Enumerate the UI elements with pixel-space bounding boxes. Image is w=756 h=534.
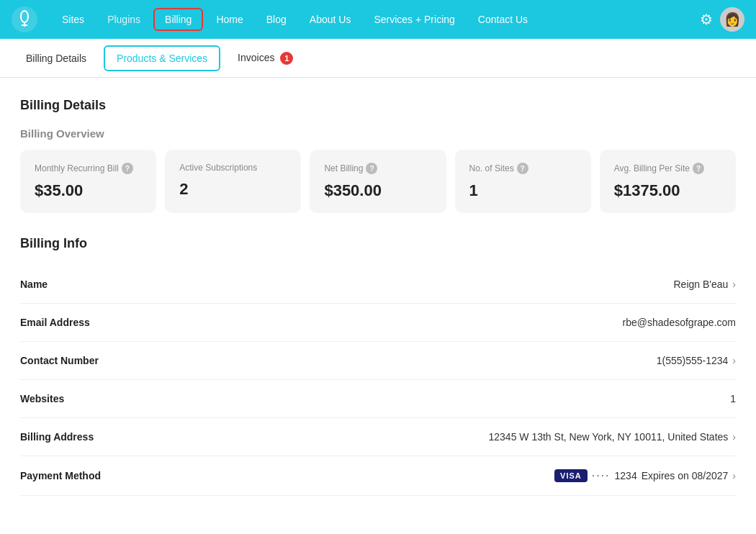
info-payment-value: VISA ···· 1234 Expires on 08/2027 › <box>554 469 736 482</box>
card-net-label: Net Billing ? <box>324 163 431 174</box>
card-avg-billing: Avg. Billing Per Site ? $1375.00 <box>600 150 736 213</box>
subnav-billing-details[interactable]: Billing Details <box>14 47 98 70</box>
card-no-of-sites: No. of Sites ? 1 <box>455 150 591 213</box>
card-monthly-label: Monthly Recurring Bill ? <box>35 163 142 174</box>
info-email-value: rbe@shadesofgrape.com <box>623 317 736 328</box>
sites-help-icon[interactable]: ? <box>517 163 528 174</box>
info-websites-label: Websites <box>20 393 64 404</box>
info-payment-label: Payment Method <box>20 470 101 481</box>
invoices-badge: 1 <box>280 52 293 65</box>
avg-help-icon[interactable]: ? <box>693 163 704 174</box>
chevron-icon: › <box>732 470 736 481</box>
nav-home[interactable]: Home <box>206 9 253 30</box>
net-help-icon[interactable]: ? <box>366 163 377 174</box>
card-last-four: 1234 <box>615 470 637 481</box>
monthly-help-icon[interactable]: ? <box>122 163 133 174</box>
nav-right: ⚙ 👩 <box>700 7 744 32</box>
subnav-products-services[interactable]: Products & Services <box>104 45 220 71</box>
card-subscriptions-value: 2 <box>179 180 287 199</box>
card-sites-value: 1 <box>469 181 577 200</box>
info-row-name[interactable]: Name Reign B'eau › <box>20 266 736 304</box>
info-row-contact[interactable]: Contact Number 1(555)555-1234 › <box>20 342 736 380</box>
card-expiry: Expires on 08/2027 <box>642 470 729 481</box>
card-net-billing: Net Billing ? $350.00 <box>310 150 446 213</box>
overview-cards: Monthly Recurring Bill ? $35.00 Active S… <box>20 150 736 213</box>
main-content: Billing Details Billing Overview Monthly… <box>0 78 756 534</box>
chevron-icon: › <box>732 279 736 290</box>
visa-badge: VISA <box>554 469 588 482</box>
info-email-label: Email Address <box>20 317 90 328</box>
info-row-payment[interactable]: Payment Method VISA ···· 1234 Expires on… <box>20 456 736 496</box>
card-net-value: $350.00 <box>324 181 431 200</box>
nav-about[interactable]: About Us <box>300 9 361 30</box>
info-websites-value: 1 <box>730 393 736 404</box>
card-dots: ···· <box>592 469 611 482</box>
overview-title: Billing Overview <box>20 127 736 140</box>
info-row-email: Email Address rbe@shadesofgrape.com <box>20 304 736 342</box>
chevron-icon: › <box>732 355 736 366</box>
nav-sites[interactable]: Sites <box>52 9 94 30</box>
info-row-billing-address[interactable]: Billing Address 12345 W 13th St, New Yor… <box>20 418 736 456</box>
top-nav: Sites Plugins Billing Home Blog About Us… <box>0 0 756 39</box>
nav-services[interactable]: Services + Pricing <box>364 9 464 30</box>
nav-plugins[interactable]: Plugins <box>97 9 150 30</box>
info-name-value: Reign B'eau › <box>673 279 736 290</box>
card-active-subscriptions: Active Subscriptions 2 <box>165 150 301 213</box>
info-address-value: 12345 W 13th St, New York, NY 10011, Uni… <box>488 431 736 443</box>
settings-icon[interactable]: ⚙ <box>700 11 713 28</box>
nav-blog[interactable]: Blog <box>256 9 297 30</box>
sub-nav: Billing Details Products & Services Invo… <box>0 39 756 78</box>
card-monthly-value: $35.00 <box>35 181 142 200</box>
info-contact-value: 1(555)555-1234 › <box>657 355 736 366</box>
nav-links: Sites Plugins Billing Home Blog About Us… <box>52 8 700 31</box>
page-title: Billing Details <box>20 98 736 113</box>
chevron-icon: › <box>732 431 736 443</box>
info-address-label: Billing Address <box>20 431 94 443</box>
billing-info-title: Billing Info <box>20 236 736 251</box>
logo-icon[interactable] <box>12 6 37 32</box>
subnav-invoices[interactable]: Invoices 1 <box>226 46 305 71</box>
card-sites-label: No. of Sites ? <box>469 163 577 174</box>
card-avg-label: Avg. Billing Per Site ? <box>614 163 721 174</box>
billing-info-section: Billing Info Name Reign B'eau › Email Ad… <box>20 236 736 496</box>
nav-contact[interactable]: Contact Us <box>468 9 538 30</box>
avatar[interactable]: 👩 <box>720 7 744 32</box>
info-name-label: Name <box>20 279 48 290</box>
card-monthly-recurring: Monthly Recurring Bill ? $35.00 <box>20 150 156 213</box>
card-subscriptions-label: Active Subscriptions <box>179 163 287 173</box>
nav-billing[interactable]: Billing <box>153 8 203 31</box>
info-row-websites: Websites 1 <box>20 380 736 418</box>
info-contact-label: Contact Number <box>20 355 99 366</box>
card-avg-value: $1375.00 <box>614 181 721 200</box>
